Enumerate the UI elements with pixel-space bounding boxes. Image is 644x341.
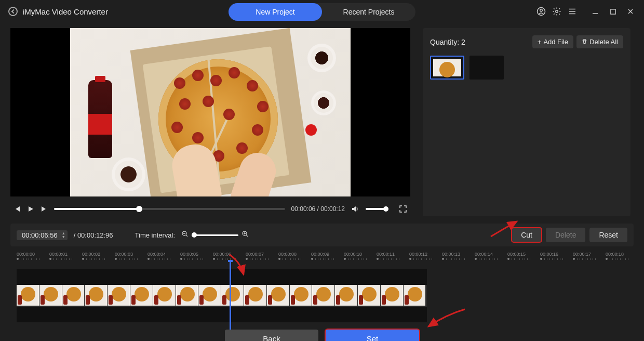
ruler-label: 00:00:05 [180,252,213,257]
filmstrip-frame[interactable] [221,285,244,306]
seek-slider[interactable] [54,208,285,210]
ruler-label: 00:00:14 [475,252,507,257]
svg-point-1 [540,9,543,12]
time-step-down-icon[interactable]: ▼ [62,235,65,239]
ruler-label: 00:00:10 [344,252,377,257]
ruler-label: 00:00:00 [17,252,49,257]
filmstrip-frame[interactable] [153,285,176,306]
filmstrip-frame[interactable] [381,285,404,306]
plus-icon: + [538,38,542,46]
ruler-label: 00:00:18 [606,252,638,257]
clip-thumb-1[interactable] [430,56,464,80]
current-time-input[interactable]: 00:00:06:56 ▲ ▼ [17,230,68,240]
fullscreen-icon[interactable] [399,205,407,213]
reset-button[interactable]: Reset [589,228,627,242]
app-title: iMyMac Video Converter [23,7,108,16]
trash-icon [582,38,587,46]
filmstrip-frame[interactable] [244,285,267,306]
time-interval-label: Time interval: [135,231,176,239]
duration-label: / 00:00:12:96 [74,231,113,239]
zoom-in-icon[interactable] [242,230,249,240]
filmstrip-frame[interactable] [130,285,153,306]
window-maximize-icon[interactable] [608,6,618,17]
filmstrip-frame[interactable] [108,285,130,306]
svg-rect-3 [610,9,615,14]
time-step-up-icon[interactable]: ▲ [62,231,65,235]
ruler-label: 00:00:08 [278,252,311,257]
annotation-arrow-set [423,307,470,333]
ruler-label: 00:00:16 [540,252,573,257]
filmstrip-frame[interactable] [39,285,62,306]
filmstrip-frame[interactable] [290,285,313,306]
filmstrip-frame[interactable] [62,285,85,306]
project-tabs: New Project Recent Projects [229,3,415,21]
ruler-label: 00:00:17 [573,252,606,257]
ruler-label: 00:00:04 [147,252,180,257]
zoom-slider[interactable] [192,234,238,236]
tab-new-project[interactable]: New Project [229,3,322,21]
ruler-label: 00:00:12 [409,252,442,257]
video-preview[interactable] [10,28,410,196]
play-icon[interactable] [27,205,34,213]
filmstrip-frame[interactable] [404,285,426,306]
back-button[interactable]: Back [225,330,318,341]
playhead[interactable] [230,261,231,331]
clips-panel: Quantity: 2 +Add File Delete All [423,28,630,216]
filmstrip-frame[interactable] [176,285,199,306]
tab-recent-projects[interactable]: Recent Projects [322,3,415,21]
set-button[interactable]: Set [326,330,419,341]
volume-slider[interactable] [366,208,386,210]
window-close-icon[interactable] [625,6,636,17]
skip-forward-icon[interactable] [41,205,48,213]
video-frame-content [70,28,351,196]
clip-thumb-2[interactable] [469,56,504,80]
menu-icon[interactable] [567,6,578,17]
player-controls: 00:00:06 / 00:00:12 [10,200,410,218]
delete-button[interactable]: Delete [546,228,585,242]
timeline-toolbar: 00:00:06:56 ▲ ▼ / 00:00:12:96 Time inter… [10,224,634,246]
ruler-label: 00:00:11 [377,252,409,257]
filmstrip-frame[interactable] [335,285,358,306]
ruler-label: 00:00:15 [507,252,540,257]
title-bar: iMyMac Video Converter New Project Recen… [0,0,644,23]
ruler-label: 00:00:07 [246,252,278,257]
player-time: 00:00:06 / 00:00:12 [291,205,345,213]
ruler-label: 00:00:02 [82,252,115,257]
ruler-label: 00:00:01 [49,252,82,257]
preview-panel: 00:00:06 / 00:00:12 [10,28,410,218]
filmstrip-frame[interactable] [17,285,39,306]
window-minimize-icon[interactable] [590,6,600,17]
volume-icon[interactable] [351,205,359,213]
filmstrip-frame[interactable] [358,285,381,306]
skip-back-icon[interactable] [14,205,21,213]
cut-button[interactable]: Cut [512,228,542,242]
svg-point-2 [556,10,558,13]
settings-gear-icon[interactable] [552,6,562,17]
zoom-out-icon[interactable] [181,230,189,240]
quantity-label: Quantity: 2 [430,38,465,46]
account-icon[interactable] [536,6,546,17]
filmstrip-frame[interactable] [312,285,335,306]
filmstrip-frame[interactable] [85,285,108,306]
bottom-actions: Back Set [10,330,634,341]
ruler-label: 00:00:13 [442,252,475,257]
ruler-label: 00:00:06 [213,252,246,257]
ruler-label: 00:00:03 [115,252,147,257]
timeline-ruler[interactable]: 00:00:0000:00:0100:00:0200:00:0300:00:04… [10,250,634,265]
delete-all-button[interactable]: Delete All [576,35,623,48]
filmstrip-frame[interactable] [198,285,221,306]
filmstrip-frame[interactable] [267,285,290,306]
filmstrip[interactable] [17,269,427,322]
add-file-button[interactable]: +Add File [532,35,573,48]
ruler-label: 00:00:09 [311,252,344,257]
app-logo-icon [8,7,18,16]
